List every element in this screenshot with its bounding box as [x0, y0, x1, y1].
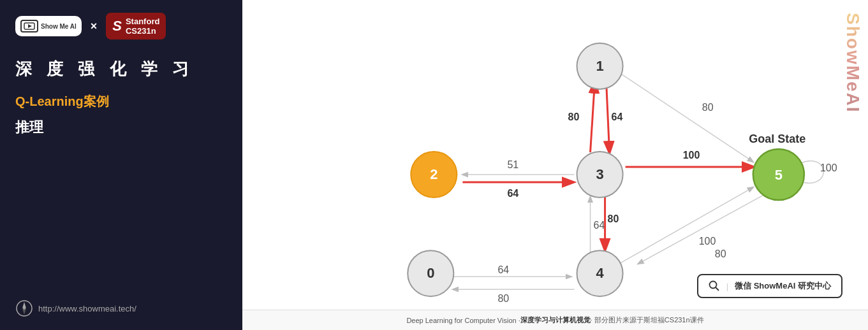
left-panel: Show Me Al × S Stanford CS231n 深 度 强 化 学…	[0, 0, 242, 330]
logo-area: Show Me Al × S Stanford CS231n	[15, 13, 227, 39]
search-divider: |	[726, 282, 728, 291]
bottom-prefix: Deep Learning for Computer Vision ·	[406, 317, 520, 324]
weight-4-3: 64	[594, 220, 605, 231]
weight-1-3-red: 64	[612, 111, 623, 122]
stanford-line1: Stanford	[126, 17, 159, 26]
showmeai-logo: Show Me Al	[15, 16, 82, 36]
stanford-logo: S Stanford CS231n	[106, 13, 166, 39]
times-symbol: ×	[91, 20, 98, 33]
weight-3-2: 51	[507, 159, 519, 170]
website-url: http://www.showmeai.tech/	[38, 304, 136, 313]
weight-5-self: 100	[820, 162, 837, 173]
weight-3-5-red: 100	[683, 150, 700, 161]
weight-0-4: 64	[497, 264, 509, 275]
search-box[interactable]: | 微信 ShowMeAI 研究中心	[697, 274, 842, 298]
showmeai-icon-box	[20, 20, 38, 32]
weight-5-4: 80	[715, 248, 726, 259]
node-0-label: 0	[427, 265, 434, 281]
bottom-suffix: · 部分图片来源于斯坦福CS231n课件	[591, 315, 704, 325]
edge-3-1-red	[591, 82, 595, 152]
weight-3-4-red: 80	[608, 213, 619, 224]
edge-4-5	[619, 187, 753, 264]
svg-point-6	[709, 282, 716, 289]
search-icon	[709, 280, 720, 292]
edge-1-3-red	[607, 82, 610, 152]
weight-1-5: 80	[702, 102, 714, 113]
weight-2-3-red: 64	[507, 188, 519, 199]
footer-link[interactable]: http://www.showmeai.tech/	[15, 299, 227, 317]
bottom-bar: Deep Learning for Computer Vision · 深度学习…	[242, 310, 868, 330]
stanford-line2: CS231n	[126, 26, 159, 36]
weight-3-1-red: 80	[568, 111, 580, 122]
svg-marker-1	[28, 24, 32, 28]
weight-4-5: 100	[699, 236, 716, 247]
stanford-text: Stanford CS231n	[126, 17, 159, 36]
node-2-label: 2	[430, 166, 438, 182]
edge-1-5	[619, 73, 753, 162]
showmeai-text: Show Me Al	[41, 23, 77, 30]
node-1-label: 1	[596, 58, 603, 74]
right-panel: 80 51 64 100 80 100 64 80 80 64 64	[242, 0, 868, 330]
bottom-bold: 深度学习与计算机视觉	[520, 315, 591, 325]
node-5-label: 5	[775, 167, 783, 183]
svg-line-7	[716, 287, 719, 291]
node-4-label: 4	[596, 265, 604, 281]
main-title: 深 度 强 化 学 习	[15, 57, 227, 80]
subtitle-inference: 推理	[15, 118, 227, 137]
weight-4-0: 80	[497, 293, 509, 304]
search-label: 微信 ShowMeAI 研究中心	[735, 280, 831, 292]
edge-5-4	[638, 194, 766, 264]
goal-state-label: Goal State	[749, 133, 805, 145]
stanford-s-icon: S	[112, 18, 122, 34]
compass-icon	[15, 299, 33, 317]
node-3-label: 3	[596, 166, 603, 182]
watermark: ShowMeAI	[842, 13, 863, 113]
subtitle-qlearning: Q-Learning案例	[15, 93, 227, 110]
